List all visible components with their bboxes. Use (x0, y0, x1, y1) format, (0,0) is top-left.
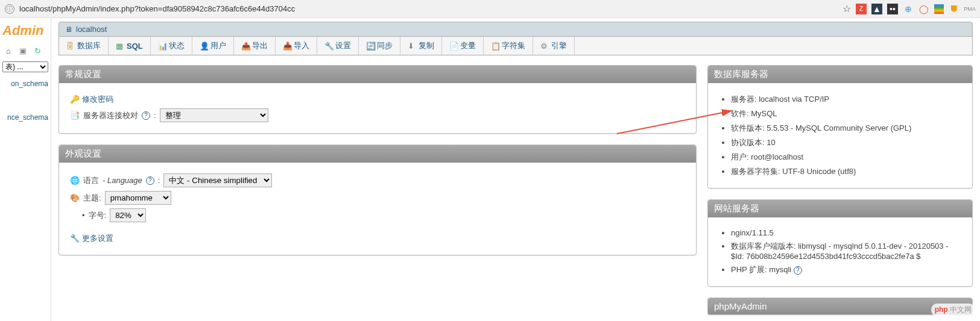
key-icon: 🔑 (70, 95, 80, 104)
help-icon[interactable]: ? (142, 111, 150, 120)
db-server-item: 服务器: localhost via TCP/IP (731, 94, 961, 105)
ext-icon-3[interactable]: •• (887, 4, 898, 14)
tab-settings[interactable]: 🔧设置 (317, 37, 359, 55)
logo: Admin (0, 18, 51, 43)
status-icon: 📊 (158, 42, 166, 50)
appearance-settings-panel: 外观设置 🌐 语言 - Language ?: 中文 - Chinese sim… (58, 145, 697, 255)
browser-extensions: ☆ Z ▲ •• ⊕ ◯ ⛊ PMA (842, 3, 975, 14)
db-server-item: 软件版本: 5.5.53 - MySQL Community Server (G… (731, 123, 961, 134)
sidebar-db-item[interactable]: nce_schema (0, 110, 51, 125)
panel-title: 外观设置 (59, 145, 696, 163)
tab-users[interactable]: 👤用户 (192, 37, 234, 55)
export-icon: 📤 (241, 42, 250, 50)
theme-select[interactable]: pmahomme (105, 191, 171, 205)
web-server-item: nginx/1.11.5 (731, 228, 961, 237)
panel-title: 数据库服务器 (708, 66, 972, 83)
tab-import[interactable]: 📥导入 (276, 37, 317, 55)
sql-icon: ▦ (116, 42, 124, 50)
ext-icon-8[interactable]: PMA (964, 4, 975, 14)
database-select[interactable]: 表) ... (2, 61, 48, 72)
collation-label: 服务器连接校对 (83, 110, 138, 121)
ext-icon-4[interactable]: ⊕ (903, 4, 914, 14)
wrench-icon: 🔧 (70, 234, 80, 243)
database-icon: 🗄 (66, 42, 75, 50)
tab-engines[interactable]: ⚙引擎 (533, 37, 575, 55)
star-icon[interactable]: ☆ (842, 3, 851, 14)
browser-address-bar: ⓘ localhost/phpMyAdmin/index.php?token=d… (0, 0, 980, 18)
general-settings-panel: 常规设置 🔑 修改密码 📑 服务器连接校对 ?: 整理 (58, 65, 697, 134)
ext-icon-1[interactable]: Z (856, 4, 867, 14)
panel-title: 网站服务器 (708, 200, 972, 217)
logout-icon[interactable]: ▣ (18, 46, 28, 55)
help-icon[interactable]: ? (146, 176, 154, 185)
engine-icon: ⚙ (540, 42, 549, 50)
language-icon: 🌐 (70, 176, 80, 185)
tab-databases[interactable]: 🗄数据库 (59, 37, 109, 55)
collation-select[interactable]: 整理 (160, 108, 268, 122)
wrench-icon: 🔧 (324, 42, 333, 50)
import-icon: 📥 (283, 42, 291, 50)
tab-status[interactable]: 📊状态 (151, 37, 192, 55)
tab-replication[interactable]: ⬇复制 (400, 37, 442, 55)
ext-icon-5[interactable]: ◯ (918, 4, 929, 14)
tab-charsets[interactable]: 📋字符集 (484, 37, 533, 55)
main-content: 🖥 localhost 🗄数据库 ▦SQL 📊状态 👤用户 📤导出 📥导入 🔧设… (51, 18, 980, 321)
sidebar-db-item[interactable]: on_schema (0, 76, 51, 92)
url-text[interactable]: localhost/phpMyAdmin/index.php?token=dfa… (19, 4, 295, 13)
web-server-panel: 网站服务器 nginx/1.11.5 数据库客户端版本: libmysql - … (707, 199, 973, 287)
users-icon: 👤 (200, 42, 208, 50)
fontsize-select[interactable]: 82% (110, 208, 146, 222)
web-server-item: PHP 扩展: mysqli ? (731, 264, 961, 275)
variables-icon: 📄 (449, 42, 458, 50)
breadcrumb-server[interactable]: localhost (76, 25, 107, 34)
language-select[interactable]: 中文 - Chinese simplified (163, 173, 272, 187)
ext-icon-2[interactable]: ▲ (871, 4, 882, 14)
replication-icon: ⬇ (408, 42, 416, 50)
change-password-link[interactable]: 修改密码 (82, 95, 113, 104)
sidebar: Admin ⌂ ▣ ↻ 表) ... on_schema nce_schema (0, 18, 51, 321)
theme-icon: 🎨 (70, 193, 80, 203)
tab-sync[interactable]: 🔄同步 (359, 37, 400, 55)
language-label: 语言 (83, 175, 99, 186)
home-icon[interactable]: ⌂ (4, 46, 13, 55)
fontsize-label: 字号: (89, 210, 107, 221)
info-icon[interactable]: ⓘ (5, 4, 14, 14)
db-server-item: 服务器字符集: UTF-8 Unicode (utf8) (731, 166, 961, 177)
tab-sql[interactable]: ▦SQL (109, 37, 151, 55)
tab-variables[interactable]: 📄变量 (442, 37, 484, 55)
ext-icon-6[interactable] (934, 4, 944, 14)
collation-icon: 📑 (70, 111, 80, 120)
refresh-icon[interactable]: ↻ (33, 46, 42, 55)
sync-icon: 🔄 (366, 42, 375, 50)
db-server-item: 协议版本: 10 (731, 137, 961, 148)
language-label-en: - Language (103, 176, 142, 185)
tab-export[interactable]: 📤导出 (234, 37, 276, 55)
help-icon[interactable]: ? (794, 266, 802, 275)
db-server-item: 软件: MySQL (731, 108, 961, 119)
ext-icon-7[interactable]: ⛊ (949, 4, 959, 14)
watermark: php 中文网 (931, 304, 975, 316)
server-icon: 🖥 (65, 25, 72, 34)
more-settings-link[interactable]: 更多设置 (82, 234, 113, 243)
charset-icon: 📋 (491, 42, 499, 50)
db-server-panel: 数据库服务器 服务器: localhost via TCP/IP 软件: MyS… (707, 65, 973, 189)
breadcrumb: 🖥 localhost (58, 22, 973, 37)
panel-title: 常规设置 (59, 66, 696, 83)
web-server-item: 数据库客户端版本: libmysql - mysqlnd 5.0.11-dev … (731, 241, 961, 261)
tabs: 🗄数据库 ▦SQL 📊状态 👤用户 📤导出 📥导入 🔧设置 🔄同步 ⬇复制 📄变… (58, 37, 973, 55)
theme-label: 主题: (83, 193, 101, 204)
db-server-item: 用户: root@localhost (731, 152, 961, 163)
